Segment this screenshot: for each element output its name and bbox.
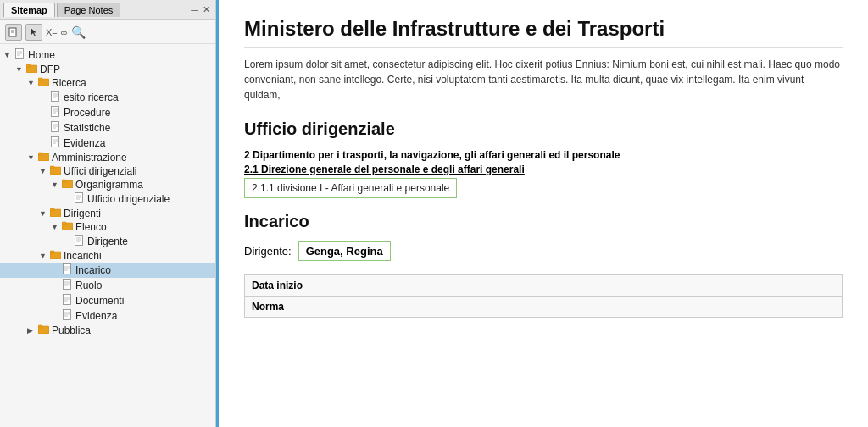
tree-item-home[interactable]: ▼Home [0, 47, 215, 63]
tree-item-elenco[interactable]: ▼Elenco [0, 220, 215, 234]
tree-item-esito-ricerca[interactable]: esito ricerca [0, 90, 215, 105]
svg-rect-34 [75, 193, 82, 203]
tree-item-incarichi[interactable]: ▼Incarichi [0, 249, 215, 263]
folder-icon-dfp [25, 64, 37, 75]
search-icon[interactable]: 🔍 [71, 25, 86, 39]
svg-rect-4 [15, 49, 23, 59]
tree-label-dfp: DFP [40, 64, 60, 75]
tree-label-statistiche: Statistiche [64, 122, 110, 134]
tree-item-evidenza2[interactable]: Evidenza [0, 308, 215, 324]
ufficio-line2: 2.1 Direzione generale del personale e d… [244, 164, 843, 175]
page-icon-statistiche [49, 121, 61, 135]
page-icon-dirigente [73, 235, 85, 248]
tree-item-evidenza[interactable]: Evidenza [0, 136, 215, 151]
page-icon-documenti [61, 294, 73, 308]
page-icon-ufficio-dirigenziale [73, 192, 85, 206]
tree: ▼Home▼DFP▼Ricercaesito ricercaProcedureS… [0, 44, 215, 427]
panel-header: Sitemap Page Notes ─ ✕ [0, 0, 215, 20]
svg-rect-12 [51, 92, 58, 102]
tab-page-notes[interactable]: Page Notes [57, 3, 120, 17]
svg-rect-60 [63, 310, 70, 320]
tree-label-evidenza: Evidenza [64, 137, 105, 149]
tree-label-amministrazione: Amministrazione [52, 152, 127, 164]
left-panel: Sitemap Page Notes ─ ✕ X= ∞ 🔍 ▼Home▼DFP▼… [0, 0, 216, 427]
ufficio-section-title: Ufficio dirigenziale [244, 119, 843, 139]
tree-item-incarico[interactable]: Incarico [0, 263, 215, 278]
tree-item-documenti[interactable]: Documenti [0, 293, 215, 308]
tree-item-pubblica[interactable]: ▶Pubblica [0, 324, 215, 337]
tree-item-dfp[interactable]: ▼DFP [0, 63, 215, 76]
minimize-button[interactable]: ─ [189, 5, 199, 15]
panel-controls: ─ ✕ [189, 4, 212, 15]
tree-label-organigramma: Organigramma [75, 179, 143, 191]
page-icon-incarico [61, 263, 73, 277]
main-title: Ministero delle Infrastrutture e dei Tra… [244, 17, 843, 48]
dirigente-label: Dirigente: [244, 245, 292, 258]
tree-item-procedure[interactable]: Procedure [0, 105, 215, 120]
tree-label-uffici-dirigenziali: Uffici dirigenziali [64, 165, 136, 177]
tree-toggle-dirigenti[interactable]: ▼ [39, 209, 49, 218]
svg-rect-39 [50, 208, 54, 211]
dirigente-row: Dirigente: Genga, Regina [244, 241, 843, 261]
tree-item-ricerca[interactable]: ▼Ricerca [0, 76, 215, 90]
folder-icon-uffici-dirigenziali [49, 165, 61, 177]
tree-toggle-uffici-dirigenziali[interactable]: ▼ [39, 167, 49, 175]
tab-sitemap[interactable]: Sitemap [3, 3, 55, 17]
tree-label-procedure: Procedure [64, 107, 110, 119]
tree-label-elenco: Elenco [75, 221, 107, 233]
svg-rect-47 [50, 251, 54, 253]
folder-icon-incarichi [49, 250, 61, 262]
tree-item-ruolo[interactable]: Ruolo [0, 278, 215, 293]
close-button[interactable]: ✕ [201, 4, 212, 15]
svg-rect-65 [38, 325, 42, 328]
svg-marker-3 [31, 28, 36, 36]
tree-toggle-incarichi[interactable]: ▼ [39, 252, 49, 260]
cursor-icon-btn[interactable] [25, 24, 42, 41]
tree-item-ufficio-dirigenziale[interactable]: Ufficio dirigenziale [0, 191, 215, 207]
tree-toggle-organigramma[interactable]: ▼ [51, 180, 61, 189]
svg-rect-48 [63, 264, 70, 274]
page-icon-evidenza [49, 136, 61, 150]
folder-icon-amministrazione [37, 152, 49, 164]
svg-rect-42 [75, 236, 82, 246]
tree-item-dirigenti[interactable]: ▼Dirigenti [0, 207, 215, 220]
tree-toggle-ricerca[interactable]: ▼ [27, 79, 37, 87]
tree-label-evidenza2: Evidenza [75, 310, 117, 322]
right-panel: Ministero delle Infrastrutture e dei Tra… [216, 0, 868, 427]
folder-icon-organigramma [61, 179, 73, 191]
page-icon-evidenza2 [61, 309, 73, 323]
tree-toggle-elenco[interactable]: ▼ [51, 223, 61, 231]
tree-label-home: Home [28, 49, 55, 61]
tree-item-dirigente[interactable]: Dirigente [0, 234, 215, 249]
svg-rect-16 [51, 107, 58, 117]
tree-item-amministrazione[interactable]: ▼Amministrazione [0, 151, 215, 164]
col-data-inizio: Data inizio [245, 275, 843, 297]
folder-icon-ricerca [37, 77, 49, 89]
svg-rect-24 [51, 137, 58, 147]
toolbar: X= ∞ 🔍 [0, 20, 215, 44]
link-symbol[interactable]: ∞ [61, 27, 68, 37]
tree-toggle-amministrazione[interactable]: ▼ [27, 153, 37, 162]
ufficio-line3-box: 2.1.1 divisione I - Affari generali e pe… [244, 178, 457, 198]
folder-icon-pubblica [37, 324, 49, 336]
tree-item-uffici-dirigenziali[interactable]: ▼Uffici dirigenziali [0, 164, 215, 178]
tree-label-pubblica: Pubblica [52, 324, 91, 336]
tree-label-ufficio-dirigenziale: Ufficio dirigenziale [87, 193, 170, 205]
svg-rect-11 [38, 78, 42, 80]
tree-toggle-pubblica[interactable]: ▶ [27, 326, 37, 335]
page-icon-ruolo [61, 279, 73, 292]
svg-rect-29 [38, 152, 42, 155]
tree-toggle-dfp[interactable]: ▼ [15, 65, 25, 74]
svg-rect-31 [50, 166, 54, 169]
x-label: X= [46, 27, 58, 37]
page-icon-btn[interactable] [5, 24, 22, 41]
folder-icon-elenco [61, 221, 73, 233]
tree-label-ricerca: Ricerca [52, 77, 86, 89]
tree-item-statistiche[interactable]: Statistiche [0, 120, 215, 136]
tree-item-organigramma[interactable]: ▼Organigramma [0, 178, 215, 191]
tree-label-documenti: Documenti [75, 295, 124, 307]
tree-label-ruolo: Ruolo [75, 280, 102, 291]
intro-text: Lorem ipsum dolor sit amet, consectetur … [244, 57, 843, 103]
page-icon-esito-ricerca [49, 91, 61, 104]
tree-toggle-home[interactable]: ▼ [3, 51, 14, 59]
